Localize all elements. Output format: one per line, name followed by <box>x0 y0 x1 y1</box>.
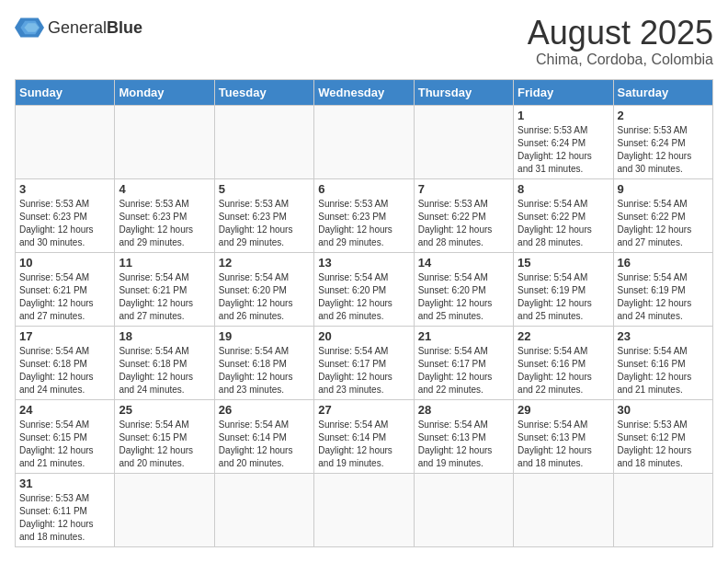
title-block: August 2025 Chima, Cordoba, Colombia <box>528 15 713 68</box>
day-info: Sunrise: 5:54 AM Sunset: 6:15 PM Dayligh… <box>119 419 210 470</box>
day-number: 2 <box>618 109 709 122</box>
day-info: Sunrise: 5:54 AM Sunset: 6:18 PM Dayligh… <box>119 345 210 396</box>
day-info: Sunrise: 5:53 AM Sunset: 6:24 PM Dayligh… <box>518 124 609 176</box>
day-info: Sunrise: 5:53 AM Sunset: 6:23 PM Dayligh… <box>318 198 409 249</box>
calendar-week-1: 3Sunrise: 5:53 AM Sunset: 6:23 PM Daylig… <box>16 178 713 252</box>
day-info: Sunrise: 5:54 AM Sunset: 6:18 PM Dayligh… <box>19 345 110 396</box>
calendar-cell: 7Sunrise: 5:53 AM Sunset: 6:22 PM Daylig… <box>414 178 513 252</box>
calendar-week-3: 17Sunrise: 5:54 AM Sunset: 6:18 PM Dayli… <box>16 326 713 399</box>
calendar-header: SundayMondayTuesdayWednesdayThursdayFrid… <box>16 79 713 105</box>
calendar-cell: 8Sunrise: 5:54 AM Sunset: 6:22 PM Daylig… <box>514 178 613 252</box>
day-info: Sunrise: 5:54 AM Sunset: 6:14 PM Dayligh… <box>219 419 310 470</box>
calendar-cell <box>314 105 414 178</box>
weekday-header-monday: Monday <box>115 79 214 105</box>
day-info: Sunrise: 5:54 AM Sunset: 6:13 PM Dayligh… <box>518 419 609 470</box>
calendar-cell <box>314 473 414 546</box>
calendar-cell: 23Sunrise: 5:54 AM Sunset: 6:16 PM Dayli… <box>613 326 712 399</box>
weekday-header-saturday: Saturday <box>613 79 712 105</box>
day-number: 11 <box>119 256 210 270</box>
day-number: 9 <box>618 182 709 196</box>
calendar-cell: 24Sunrise: 5:54 AM Sunset: 6:15 PM Dayli… <box>16 399 115 473</box>
day-number: 27 <box>318 403 409 417</box>
day-info: Sunrise: 5:54 AM Sunset: 6:22 PM Dayligh… <box>618 198 709 249</box>
day-info: Sunrise: 5:54 AM Sunset: 6:21 PM Dayligh… <box>19 271 110 323</box>
weekday-header-tuesday: Tuesday <box>214 79 313 105</box>
day-info: Sunrise: 5:54 AM Sunset: 6:16 PM Dayligh… <box>618 345 709 396</box>
day-number: 8 <box>518 182 609 196</box>
weekday-header-thursday: Thursday <box>414 79 513 105</box>
calendar-cell: 17Sunrise: 5:54 AM Sunset: 6:18 PM Dayli… <box>16 326 115 399</box>
calendar-cell: 4Sunrise: 5:53 AM Sunset: 6:23 PM Daylig… <box>115 178 214 252</box>
day-number: 26 <box>219 403 310 417</box>
day-info: Sunrise: 5:53 AM Sunset: 6:23 PM Dayligh… <box>19 198 110 249</box>
day-number: 30 <box>618 403 709 417</box>
day-number: 3 <box>19 182 110 196</box>
day-number: 24 <box>19 403 110 417</box>
day-number: 1 <box>518 109 609 122</box>
calendar-week-4: 24Sunrise: 5:54 AM Sunset: 6:15 PM Dayli… <box>16 399 713 473</box>
day-info: Sunrise: 5:54 AM Sunset: 6:19 PM Dayligh… <box>518 271 609 323</box>
day-info: Sunrise: 5:54 AM Sunset: 6:17 PM Dayligh… <box>418 345 509 396</box>
calendar-week-5: 31Sunrise: 5:53 AM Sunset: 6:11 PM Dayli… <box>16 473 713 546</box>
calendar: SundayMondayTuesdayWednesdayThursdayFrid… <box>15 79 713 547</box>
day-number: 7 <box>418 182 509 196</box>
calendar-cell: 11Sunrise: 5:54 AM Sunset: 6:21 PM Dayli… <box>115 252 214 326</box>
calendar-cell: 22Sunrise: 5:54 AM Sunset: 6:16 PM Dayli… <box>514 326 613 399</box>
day-info: Sunrise: 5:54 AM Sunset: 6:15 PM Dayligh… <box>19 419 110 470</box>
calendar-week-0: 1Sunrise: 5:53 AM Sunset: 6:24 PM Daylig… <box>16 105 713 178</box>
day-number: 31 <box>19 477 110 490</box>
calendar-body: 1Sunrise: 5:53 AM Sunset: 6:24 PM Daylig… <box>16 105 713 546</box>
calendar-cell: 12Sunrise: 5:54 AM Sunset: 6:20 PM Dayli… <box>214 252 313 326</box>
calendar-cell: 20Sunrise: 5:54 AM Sunset: 6:17 PM Dayli… <box>314 326 414 399</box>
calendar-cell: 21Sunrise: 5:54 AM Sunset: 6:17 PM Dayli… <box>414 326 513 399</box>
calendar-cell: 31Sunrise: 5:53 AM Sunset: 6:11 PM Dayli… <box>16 473 115 546</box>
day-info: Sunrise: 5:54 AM Sunset: 6:13 PM Dayligh… <box>418 419 509 470</box>
calendar-cell: 1Sunrise: 5:53 AM Sunset: 6:24 PM Daylig… <box>514 105 613 178</box>
day-info: Sunrise: 5:53 AM Sunset: 6:12 PM Dayligh… <box>618 419 709 470</box>
calendar-cell: 30Sunrise: 5:53 AM Sunset: 6:12 PM Dayli… <box>613 399 712 473</box>
day-info: Sunrise: 5:54 AM Sunset: 6:22 PM Dayligh… <box>518 198 609 249</box>
weekday-row: SundayMondayTuesdayWednesdayThursdayFrid… <box>16 79 713 105</box>
calendar-cell: 6Sunrise: 5:53 AM Sunset: 6:23 PM Daylig… <box>314 178 414 252</box>
calendar-cell: 14Sunrise: 5:54 AM Sunset: 6:20 PM Dayli… <box>414 252 513 326</box>
logo-icon <box>15 15 44 40</box>
day-number: 20 <box>318 329 409 343</box>
day-info: Sunrise: 5:53 AM Sunset: 6:11 PM Dayligh… <box>19 492 110 544</box>
day-number: 16 <box>618 256 709 270</box>
day-number: 15 <box>518 256 609 270</box>
calendar-cell <box>115 105 214 178</box>
calendar-cell <box>613 473 712 546</box>
calendar-cell: 29Sunrise: 5:54 AM Sunset: 6:13 PM Dayli… <box>514 399 613 473</box>
day-number: 17 <box>19 329 110 343</box>
calendar-cell <box>414 105 513 178</box>
day-number: 21 <box>418 329 509 343</box>
calendar-cell <box>214 105 313 178</box>
calendar-week-2: 10Sunrise: 5:54 AM Sunset: 6:21 PM Dayli… <box>16 252 713 326</box>
day-number: 6 <box>318 182 409 196</box>
calendar-cell: 25Sunrise: 5:54 AM Sunset: 6:15 PM Dayli… <box>115 399 214 473</box>
day-info: Sunrise: 5:54 AM Sunset: 6:18 PM Dayligh… <box>219 345 310 396</box>
day-number: 22 <box>518 329 609 343</box>
calendar-cell: 9Sunrise: 5:54 AM Sunset: 6:22 PM Daylig… <box>613 178 712 252</box>
calendar-cell: 2Sunrise: 5:53 AM Sunset: 6:24 PM Daylig… <box>613 105 712 178</box>
day-info: Sunrise: 5:54 AM Sunset: 6:20 PM Dayligh… <box>318 271 409 323</box>
calendar-cell: 13Sunrise: 5:54 AM Sunset: 6:20 PM Dayli… <box>314 252 414 326</box>
weekday-header-friday: Friday <box>514 79 613 105</box>
weekday-header-wednesday: Wednesday <box>314 79 414 105</box>
calendar-cell: 5Sunrise: 5:53 AM Sunset: 6:23 PM Daylig… <box>214 178 313 252</box>
day-number: 28 <box>418 403 509 417</box>
calendar-cell: 10Sunrise: 5:54 AM Sunset: 6:21 PM Dayli… <box>16 252 115 326</box>
calendar-cell: 15Sunrise: 5:54 AM Sunset: 6:19 PM Dayli… <box>514 252 613 326</box>
day-number: 10 <box>19 256 110 270</box>
calendar-cell: 16Sunrise: 5:54 AM Sunset: 6:19 PM Dayli… <box>613 252 712 326</box>
day-number: 4 <box>119 182 210 196</box>
day-number: 25 <box>119 403 210 417</box>
weekday-header-sunday: Sunday <box>16 79 115 105</box>
calendar-cell: 18Sunrise: 5:54 AM Sunset: 6:18 PM Dayli… <box>115 326 214 399</box>
logo: GeneralBlue <box>15 15 142 40</box>
logo-text: GeneralBlue <box>48 18 142 38</box>
day-number: 14 <box>418 256 509 270</box>
calendar-cell <box>16 105 115 178</box>
day-info: Sunrise: 5:54 AM Sunset: 6:20 PM Dayligh… <box>219 271 310 323</box>
day-number: 29 <box>518 403 609 417</box>
